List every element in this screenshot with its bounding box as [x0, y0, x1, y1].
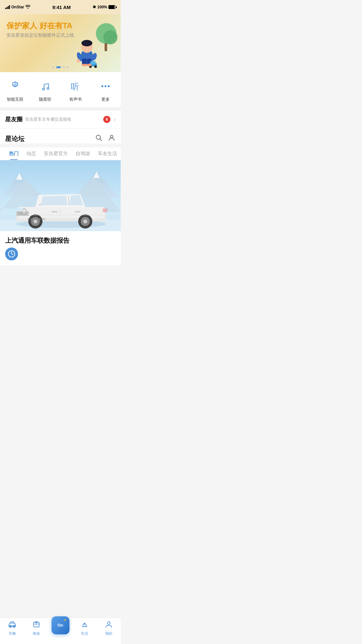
dot-4[interactable] [67, 66, 69, 68]
bluetooth-icon: ✱ [93, 5, 96, 9]
svg-point-16 [82, 64, 87, 66]
dot-3[interactable] [63, 66, 65, 68]
report-title: 上汽通用车联数据报告 [5, 236, 116, 245]
dot-2[interactable] [56, 66, 61, 68]
svg-point-24 [101, 85, 103, 87]
tab-selfdriving[interactable]: 自驾游 [72, 147, 94, 160]
banner-dots [52, 66, 69, 68]
report-icon [5, 247, 18, 260]
status-bar: OnStar 9:41 AM ✱ 100% [0, 0, 121, 14]
smart-connect-icon [7, 79, 23, 94]
svg-point-18 [14, 84, 16, 86]
svg-point-25 [105, 85, 107, 87]
svg-point-1 [103, 30, 117, 44]
audiobook-icon: 听 [68, 79, 83, 94]
svg-line-28 [100, 139, 102, 141]
star-friends-row[interactable]: 星友圈 安吉星车主专属交流领地 6 › [0, 110, 121, 129]
svg-point-29 [110, 135, 113, 138]
forum-section: 星论坛 [0, 129, 121, 144]
forum-actions [95, 134, 116, 144]
tab-dynamic[interactable]: 动态 [23, 147, 40, 160]
search-icon[interactable] [95, 134, 103, 144]
svg-point-21 [42, 88, 44, 90]
svg-rect-13 [90, 61, 96, 64]
status-left: OnStar [5, 5, 30, 10]
svg-line-20 [17, 83, 18, 84]
dot-1[interactable] [52, 66, 54, 68]
star-friends-desc: 安吉星车主专属交流领地 [25, 117, 103, 122]
action-smart-connect[interactable]: 智能互联 [0, 79, 30, 102]
svg-rect-57 [75, 211, 80, 212]
car-banner[interactable]: 全新一代君越 28H [0, 160, 121, 231]
hero-banner[interactable]: 保护家人 好在有TA 安吉星首款定位智能硬件正式上线 [0, 14, 121, 72]
person-icon[interactable] [108, 134, 116, 144]
svg-text:听: 听 [71, 82, 79, 91]
action-music[interactable]: 随星听 [30, 79, 60, 102]
svg-point-22 [47, 88, 49, 89]
svg-text:全新一代君越 28H: 全新一代君越 28H [27, 218, 46, 220]
section-divider-1 [0, 108, 121, 110]
status-time: 9:41 AM [52, 5, 71, 10]
notification-badge: 6 [103, 116, 110, 123]
forum-tabs: 热门 动态 安吉星官方 自驾游 车友生活 汽 [0, 147, 121, 160]
svg-rect-2 [105, 43, 107, 51]
svg-point-17 [87, 64, 92, 66]
chevron-right-icon: › [114, 116, 116, 123]
forum-title-row: 星论坛 [5, 134, 116, 144]
forum-title: 星论坛 [5, 135, 24, 143]
status-right: ✱ 100% [93, 5, 116, 9]
music-icon [38, 79, 53, 94]
audiobook-label: 有声书 [69, 97, 82, 102]
battery-percent: 100% [97, 5, 107, 9]
star-friends-title: 星友圈 [5, 116, 23, 123]
wifi-icon [25, 5, 30, 10]
smart-connect-label: 智能互联 [7, 97, 23, 102]
more-icon [98, 79, 113, 94]
signal-bars [5, 5, 10, 9]
svg-rect-56 [51, 211, 57, 212]
action-more[interactable]: 更多 [90, 79, 121, 102]
svg-point-15 [94, 65, 97, 68]
battery-icon [108, 5, 116, 9]
quick-actions: 智能互联 随星听 听 有声书 更多 [0, 72, 121, 108]
tab-official[interactable]: 安吉星官方 [40, 147, 72, 160]
svg-point-52 [83, 219, 87, 223]
banner-illustration [66, 21, 117, 69]
svg-point-8 [81, 40, 92, 46]
more-label: 更多 [101, 97, 110, 102]
action-audiobook[interactable]: 听 有声书 [60, 79, 91, 102]
tab-hot[interactable]: 热门 [5, 147, 23, 160]
tab-carlife[interactable]: 车友生活 [94, 147, 121, 160]
svg-rect-55 [39, 204, 42, 206]
music-label: 随星听 [39, 97, 51, 102]
report-section: 上汽通用车联数据报告 [0, 231, 121, 266]
carrier-name: OnStar [11, 5, 24, 9]
svg-point-26 [108, 85, 110, 87]
